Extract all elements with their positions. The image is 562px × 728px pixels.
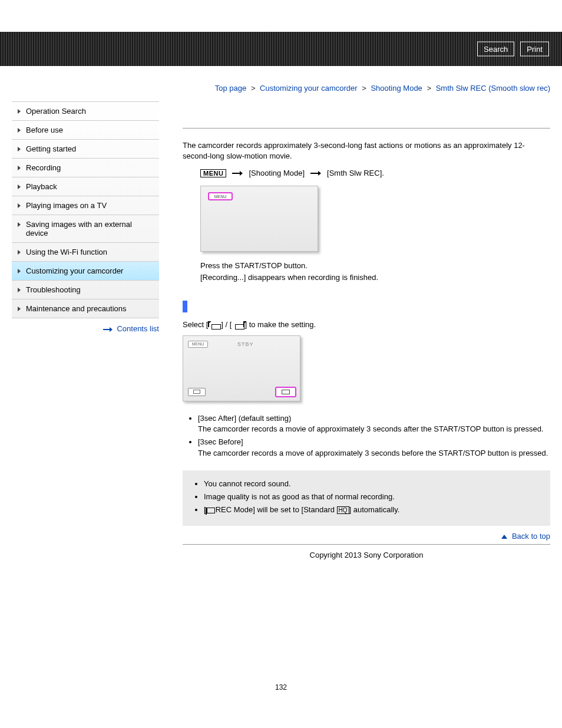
triangle-right-icon xyxy=(18,288,21,292)
screen-stby-label: STBY xyxy=(237,341,254,347)
sidebar-item[interactable]: Playback xyxy=(12,177,159,196)
copyright: Copyright 2013 Sony Corporation xyxy=(183,551,550,559)
sidebar-item[interactable]: Maintenance and precautions xyxy=(12,299,159,318)
sidebar-item-label: Using the Wi-Fi function xyxy=(26,248,107,256)
triangle-right-icon xyxy=(18,269,21,274)
breadcrumb-link[interactable]: Smth Slw REC (Smooth slow rec) xyxy=(436,84,550,93)
sidebar-item-label: Maintenance and precautions xyxy=(26,304,127,313)
path-part: [Smth Slw REC]. xyxy=(327,169,384,177)
sidebar-item[interactable]: Using the Wi-Fi function xyxy=(12,243,159,262)
select-instruction: Select [] / [] to make the setting. xyxy=(183,320,550,330)
triangle-right-icon xyxy=(18,109,21,114)
sidebar-item[interactable]: Customizing your camcorder xyxy=(12,262,159,281)
sidebar-item-label: Customizing your camcorder xyxy=(26,266,123,275)
arrow-icon xyxy=(310,171,321,176)
sidebar-item[interactable]: Saving images with an external device xyxy=(12,215,159,243)
sidebar-item-label: Saving images with an external device xyxy=(26,220,132,238)
print-button[interactable]: Print xyxy=(520,42,549,57)
timing-before-icon xyxy=(208,321,221,330)
sidebar-item-label: Recording xyxy=(26,163,61,172)
screen-menu-button: MENU xyxy=(188,341,208,348)
option-desc: The camcorder records a movie of approxi… xyxy=(198,424,550,434)
screen-bottom-left-button xyxy=(188,388,206,396)
header-band: Search Print xyxy=(0,32,562,66)
option-title: [3sec After] (default setting) xyxy=(198,414,291,423)
options-list: [3sec After] (default setting)The camcor… xyxy=(198,413,550,459)
back-to-top-link[interactable]: Back to top xyxy=(512,532,550,541)
menu-icon: MENU xyxy=(200,169,226,177)
page-number: 132 xyxy=(0,683,562,691)
triangle-right-icon xyxy=(18,166,21,170)
breadcrumb-separator: > xyxy=(360,84,369,93)
divider xyxy=(183,544,550,545)
hq-icon: HQ xyxy=(337,506,349,514)
option-desc: The camcorder records a move of approxim… xyxy=(198,448,550,459)
arrow-right-icon xyxy=(103,327,113,332)
breadcrumb-link[interactable]: Top page xyxy=(215,84,247,93)
intro-text: The camcorder records approximately 3-se… xyxy=(183,140,550,162)
main-content: Top page > Customizing your camcorder > … xyxy=(159,66,550,583)
sidebar-item-label: Before use xyxy=(26,126,63,134)
breadcrumb-separator: > xyxy=(249,84,257,93)
triangle-right-icon xyxy=(18,128,21,133)
divider xyxy=(183,128,550,129)
screen-bottom-right-highlight xyxy=(275,387,296,397)
triangle-right-icon xyxy=(18,203,21,208)
press-instruction: Press the START/STOP button. xyxy=(200,260,550,272)
sidebar-item-label: Operation Search xyxy=(26,107,86,116)
arrow-up-icon xyxy=(501,535,507,539)
contents-list-link[interactable]: Contents list xyxy=(117,324,159,333)
sidebar-item-label: Playing images on a TV xyxy=(26,201,107,210)
triangle-right-icon xyxy=(18,250,21,255)
recording-note: [Recording...] disappears when recording… xyxy=(200,272,550,284)
timing-after-icon xyxy=(232,321,244,330)
path-part: [Shooting Mode] xyxy=(249,169,305,177)
breadcrumb: Top page > Customizing your camcorder > … xyxy=(183,84,550,93)
breadcrumb-link[interactable]: Shooting Mode xyxy=(371,84,422,93)
sidebar-item-label: Getting started xyxy=(26,144,76,153)
sidebar-item[interactable]: Troubleshooting xyxy=(12,281,159,299)
sidebar-item[interactable]: Getting started xyxy=(12,140,159,159)
section-marker xyxy=(183,301,187,312)
note-item: Image quality is not as good as that of … xyxy=(204,492,544,502)
option-title: [3sec Before] xyxy=(198,437,243,446)
note-item: You cannot record sound. xyxy=(204,479,544,489)
screen-illustration-1: MENU xyxy=(200,186,318,252)
triangle-right-icon xyxy=(18,147,21,151)
sidebar-item[interactable]: Before use xyxy=(12,121,159,140)
arrow-icon xyxy=(232,171,243,176)
breadcrumb-link[interactable]: Customizing your camcorder xyxy=(260,84,357,93)
note-item: [REC Mode] will be set to [Standard HQ] … xyxy=(204,505,544,515)
option-item: [3sec After] (default setting)The camcor… xyxy=(198,413,550,434)
notes-box: You cannot record sound. Image quality i… xyxy=(183,470,550,526)
screen-illustration-2: MENU STBY xyxy=(183,335,300,401)
option-item: [3sec Before]The camcorder records a mov… xyxy=(198,437,550,458)
sidebar: Operation SearchBefore useGetting starte… xyxy=(12,101,159,583)
breadcrumb-separator: > xyxy=(425,84,434,93)
search-button[interactable]: Search xyxy=(477,42,514,57)
triangle-right-icon xyxy=(18,185,21,189)
sidebar-item-label: Playback xyxy=(26,182,57,191)
menu-path: MENU [Shooting Mode] [Smth Slw REC]. xyxy=(200,169,550,177)
sidebar-item[interactable]: Recording xyxy=(12,159,159,177)
sidebar-item-label: Troubleshooting xyxy=(26,285,81,294)
sidebar-item[interactable]: Operation Search xyxy=(12,102,159,121)
screen-menu-highlight: MENU xyxy=(208,192,233,200)
film-icon xyxy=(207,508,215,513)
triangle-right-icon xyxy=(18,307,21,311)
triangle-right-icon xyxy=(18,222,21,227)
sidebar-item[interactable]: Playing images on a TV xyxy=(12,196,159,215)
